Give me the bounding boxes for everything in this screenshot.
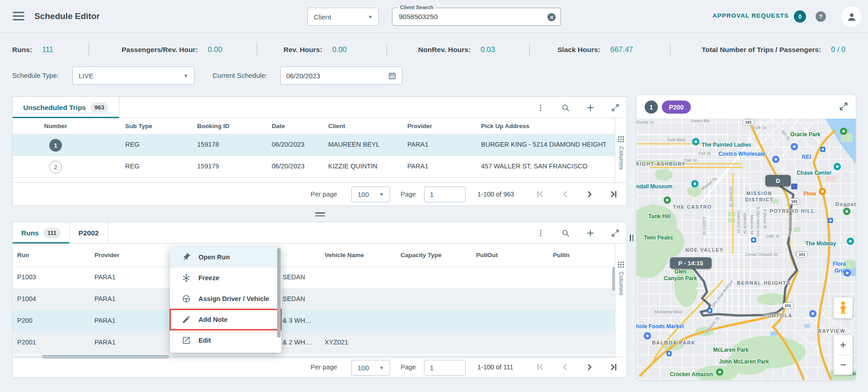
kebab-menu-icon[interactable] bbox=[535, 228, 546, 239]
add-icon[interactable] bbox=[585, 228, 596, 239]
table-row[interactable]: 1REG15917806/20/2023MAUREEN BEYLPARA1BUR… bbox=[13, 134, 615, 156]
column-header[interactable]: Provider bbox=[407, 118, 432, 134]
cell-provider: PARA1 bbox=[94, 339, 115, 346]
menu-item-assign-driver-vehicle[interactable]: Assign Driver / Vehicle bbox=[170, 288, 281, 309]
columns-strip-label: Columns bbox=[618, 146, 624, 170]
map-header: 1 P200 bbox=[637, 95, 856, 119]
next-page-icon[interactable] bbox=[584, 189, 596, 201]
columns-strip-toggle[interactable]: Columns bbox=[615, 118, 627, 182]
cell-vehicle: SEDAN bbox=[283, 295, 305, 302]
menu-item-open-run[interactable]: Open Run bbox=[170, 247, 281, 268]
column-header[interactable]: PullIn bbox=[553, 244, 570, 267]
column-header[interactable]: Run bbox=[17, 244, 29, 267]
first-page-icon[interactable] bbox=[535, 362, 547, 373]
page-input[interactable] bbox=[424, 360, 466, 376]
tab-unscheduled-trips[interactable]: Unscheduled Trips 963 bbox=[13, 97, 119, 118]
zoom-in-button[interactable]: + bbox=[834, 335, 853, 355]
cell-vehicle: & 3 WH… bbox=[283, 317, 311, 324]
page-input[interactable] bbox=[424, 186, 466, 202]
column-header[interactable]: PullOut bbox=[476, 244, 498, 267]
runs-pagination: Per page 100 ▼ Page 1-100 of 111 bbox=[13, 357, 627, 378]
table-row[interactable]: P200PARA1& 3 WH… bbox=[13, 311, 615, 332]
current-schedule-date-input[interactable]: 06/20/2023 bbox=[280, 67, 402, 85]
venue-marker bbox=[847, 238, 854, 245]
add-icon[interactable] bbox=[585, 102, 596, 113]
search-icon[interactable] bbox=[560, 228, 571, 239]
column-header[interactable]: Pick Up Address bbox=[481, 118, 529, 134]
per-page-select[interactable]: 100 ▼ bbox=[351, 186, 390, 202]
approval-requests-badge[interactable]: 0 bbox=[794, 10, 806, 23]
tab-runs[interactable]: Runs 111 bbox=[13, 222, 70, 244]
search-icon[interactable] bbox=[560, 102, 571, 113]
column-header[interactable]: Sub Type bbox=[125, 118, 152, 134]
stat-label: Slack Hours: bbox=[557, 46, 600, 54]
previous-page-icon[interactable] bbox=[560, 362, 571, 373]
page-label: Page bbox=[401, 363, 416, 371]
table-row[interactable]: 2REG15917906/20/2023KIZZIE QUINTINPARA14… bbox=[13, 156, 615, 178]
map-resize-handle[interactable] bbox=[630, 234, 633, 241]
first-page-icon[interactable] bbox=[535, 189, 547, 201]
column-header[interactable]: Date bbox=[272, 118, 285, 134]
pagination-range: 1-100 of 111 bbox=[477, 363, 513, 371]
row-number-badge[interactable]: 2 bbox=[49, 161, 62, 173]
approval-requests-link[interactable]: APPROVAL REQUESTS bbox=[712, 12, 789, 19]
kebab-menu-icon[interactable] bbox=[535, 102, 546, 113]
menu-item-edit[interactable]: Edit bbox=[170, 330, 281, 351]
next-page-icon[interactable] bbox=[584, 362, 596, 373]
hamburger-menu-icon[interactable] bbox=[13, 12, 24, 21]
last-page-icon[interactable] bbox=[608, 362, 620, 373]
previous-page-icon[interactable] bbox=[560, 189, 571, 201]
cell-client: KIZZIE QUINTIN bbox=[328, 163, 377, 170]
column-header[interactable]: Number bbox=[40, 118, 71, 134]
cell-date: 06/20/2023 bbox=[272, 163, 305, 170]
map-canvas[interactable]: Euclid AvGeary BlvTurk St6th StTurk Blvd… bbox=[637, 119, 856, 380]
menu-item-label: Freeze bbox=[198, 274, 219, 282]
column-header[interactable]: Provider bbox=[94, 244, 119, 267]
pegman-control[interactable] bbox=[834, 297, 853, 318]
per-page-select[interactable]: 100 ▼ bbox=[351, 360, 390, 376]
stat-divider bbox=[529, 43, 530, 57]
column-header[interactable]: Vehicle Name bbox=[325, 244, 364, 267]
chevron-down-icon: ▼ bbox=[379, 365, 384, 370]
menu-item-add-note[interactable]: Add Note bbox=[170, 309, 281, 330]
tab-label: Runs bbox=[21, 229, 39, 237]
zoom-out-button[interactable]: − bbox=[834, 355, 853, 375]
menu-item-label: Edit bbox=[198, 337, 211, 344]
column-header[interactable]: Booking ID bbox=[197, 118, 229, 134]
store-marker bbox=[644, 332, 651, 339]
stat-value: 0 / 0 bbox=[831, 45, 845, 54]
column-header[interactable]: Capacity Type bbox=[401, 244, 442, 267]
client-filter-select[interactable]: Client ▼ bbox=[307, 8, 379, 26]
tab-p2002[interactable]: P2002 bbox=[70, 222, 108, 244]
clear-search-icon[interactable] bbox=[547, 13, 556, 21]
help-icon[interactable]: ? bbox=[816, 11, 826, 22]
table-row[interactable]: P1004PARA1SEDAN bbox=[13, 289, 615, 311]
panel-resize-handle[interactable] bbox=[315, 212, 325, 218]
dropoff-route-badge[interactable]: D bbox=[765, 175, 791, 186]
stat-value: 667.47 bbox=[610, 45, 633, 54]
expand-icon[interactable] bbox=[610, 102, 621, 113]
map-expand-icon[interactable] bbox=[839, 101, 849, 112]
expand-icon[interactable] bbox=[610, 228, 621, 239]
last-page-icon[interactable] bbox=[608, 189, 620, 201]
table-row[interactable]: P2001PARA1& 2 WH…XYZ021 bbox=[13, 332, 615, 354]
menu-item-label: Open Run bbox=[198, 253, 230, 261]
context-menu-scrollbar[interactable] bbox=[277, 248, 281, 338]
table-row[interactable]: P1003PARA1SEDAN bbox=[13, 267, 615, 289]
cell-run: P200 bbox=[17, 317, 33, 324]
column-header[interactable]: Client bbox=[328, 118, 345, 134]
columns-strip-toggle[interactable]: Columns bbox=[615, 244, 627, 359]
row-number-badge[interactable]: 1 bbox=[49, 139, 62, 152]
runs-table-header: RunProviderVehicle NameCapacity TypePull… bbox=[13, 244, 615, 267]
client-search-input[interactable] bbox=[392, 8, 561, 25]
current-schedule-date-value: 06/20/2023 bbox=[286, 72, 320, 80]
schedule-type-select[interactable]: LIVE ▼ bbox=[72, 67, 194, 85]
cell-vehicle: & 2 WH… bbox=[283, 339, 311, 346]
map-base-layer bbox=[637, 119, 856, 380]
schedule-editor-app: Schedule Editor Client ▼ Client Search A… bbox=[0, 0, 868, 392]
cell-sub_type: REG bbox=[125, 163, 139, 170]
pullout-time-badge[interactable]: P - 14:15 bbox=[670, 257, 712, 268]
menu-item-freeze[interactable]: Freeze bbox=[170, 268, 281, 288]
user-avatar[interactable] bbox=[841, 6, 862, 27]
interstate-shield bbox=[791, 183, 798, 190]
